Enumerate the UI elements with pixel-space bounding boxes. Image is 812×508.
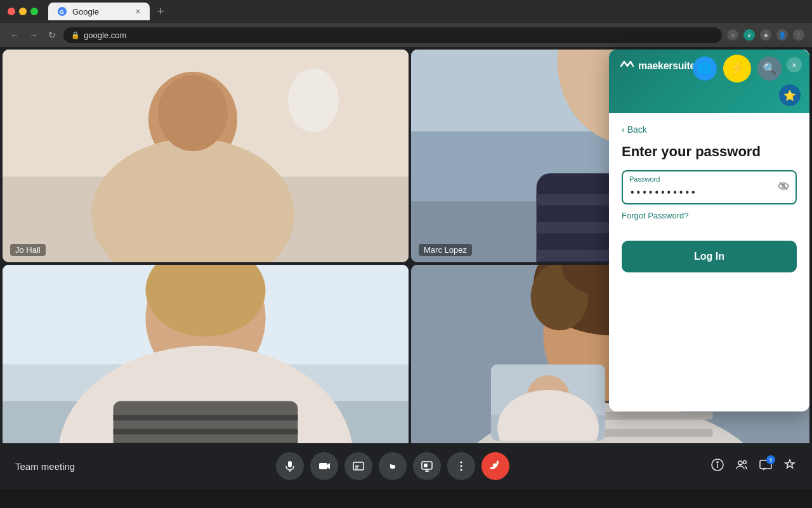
back-chevron-icon: ‹: [622, 124, 625, 135]
svg-rect-44: [288, 461, 292, 467]
menu-icon[interactable]: ⋮: [793, 29, 804, 41]
maekersuite-logo-icon: [619, 58, 634, 74]
browser-actions: ☆ // ★ 👤 ⋮: [727, 29, 804, 41]
star-float-icon: ⭐: [779, 84, 801, 106]
svg-point-62: [743, 460, 747, 464]
lock-icon: 🔒: [71, 31, 80, 39]
minimize-button[interactable]: [19, 8, 27, 15]
participant-name-marc: Marc Lopez: [419, 244, 472, 256]
panel-header: × maekersuite 🌐 ⚡ 🔍 ⭐: [609, 50, 809, 113]
search-float-icon: 🔍: [757, 57, 782, 81]
back-nav-button[interactable]: ←: [8, 27, 22, 43]
tab-bar: G Google ✕ +: [48, 3, 804, 21]
camera-button[interactable]: [310, 452, 338, 480]
back-label: Back: [627, 124, 647, 135]
forward-nav-button[interactable]: →: [27, 27, 41, 43]
panel-close-button[interactable]: ×: [787, 57, 802, 72]
bolt-float-icon: ⚡: [723, 55, 751, 83]
browser-chrome: G Google ✕ + ← → ↻ 🔒 google.com ☆ // ★ 👤…: [0, 0, 812, 47]
globe-float-icon: 🌐: [693, 57, 717, 81]
chat-button[interactable]: 5: [759, 458, 773, 475]
svg-point-9: [158, 75, 228, 151]
eye-toggle-button[interactable]: [778, 180, 789, 194]
panel-logo-text: maekersuite: [638, 60, 695, 72]
meeting-title: Team meeting: [15, 461, 75, 472]
meeting-toolbar: Team meeting: [0, 443, 812, 489]
you-video: [491, 364, 605, 441]
meeting-area: Jo Hall Marc Lopez: [0, 47, 812, 489]
new-tab-button[interactable]: +: [152, 3, 169, 21]
svg-rect-26: [114, 415, 298, 421]
toolbar-right: 5: [710, 458, 797, 475]
password-label: Password: [629, 175, 660, 183]
refresh-button[interactable]: ↻: [46, 27, 58, 43]
end-call-button[interactable]: [481, 452, 509, 480]
video-cell-jo-hall: Jo Hall: [3, 50, 409, 262]
tab-close-icon[interactable]: ✕: [135, 8, 141, 16]
svg-rect-27: [114, 429, 298, 434]
svg-point-61: [738, 461, 742, 465]
toolbar-left: Team meeting: [15, 461, 75, 472]
bookmark-icon[interactable]: ☆: [727, 29, 738, 41]
extension-icon-m[interactable]: //: [743, 29, 755, 41]
address-bar[interactable]: 🔒 google.com: [63, 27, 722, 43]
tab-favicon: G: [57, 6, 67, 17]
activities-button[interactable]: [783, 458, 797, 475]
panel-body: ‹ Back Enter your password Password Forg…: [609, 113, 809, 284]
svg-rect-46: [319, 463, 327, 469]
present-button[interactable]: [413, 452, 441, 480]
svg-rect-54: [424, 464, 427, 467]
extension-icon-star[interactable]: ★: [760, 29, 771, 41]
toolbar-center: [276, 452, 509, 480]
more-options-button[interactable]: [447, 452, 475, 480]
fullscreen-button[interactable]: [30, 8, 38, 15]
video-cell-you: You: [491, 364, 605, 441]
header-floating-icons: 🌐 ⚡ 🔍: [693, 55, 782, 83]
svg-point-6: [288, 69, 339, 132]
login-button[interactable]: Log In: [622, 241, 797, 272]
svg-point-55: [461, 462, 462, 464]
captions-button[interactable]: [344, 452, 372, 480]
panel-title: Enter your password: [622, 144, 797, 160]
mic-button[interactable]: [276, 452, 304, 480]
forgot-password-link[interactable]: Forgot Password?: [622, 211, 797, 220]
url-text: google.com: [84, 30, 126, 40]
tab-label: Google: [72, 7, 99, 17]
svg-marker-47: [327, 463, 330, 469]
browser-titlebar: G Google ✕ +: [0, 0, 812, 23]
svg-point-56: [461, 465, 462, 467]
traffic-lights: [8, 8, 38, 15]
browser-addressbar: ← → ↻ 🔒 google.com ☆ // ★ 👤 ⋮: [0, 23, 812, 47]
profile-icon[interactable]: 👤: [776, 29, 788, 41]
back-link[interactable]: ‹ Back: [622, 124, 797, 135]
raise-hand-button[interactable]: [379, 452, 407, 480]
participant-name-jo: Jo Hall: [10, 244, 46, 256]
chat-badge: 5: [766, 455, 775, 464]
jo-hall-video: [3, 50, 409, 262]
svg-point-57: [461, 469, 462, 471]
password-field-container: Password: [622, 170, 797, 204]
people-button[interactable]: [735, 458, 749, 475]
close-button[interactable]: [8, 8, 15, 15]
maekersuite-panel: × maekersuite 🌐 ⚡ 🔍 ⭐ ‹ Back Enter your …: [609, 50, 809, 411]
info-button[interactable]: [710, 458, 724, 475]
svg-text:G: G: [60, 9, 64, 15]
active-tab[interactable]: G Google ✕: [48, 3, 150, 20]
svg-point-60: [717, 462, 718, 463]
